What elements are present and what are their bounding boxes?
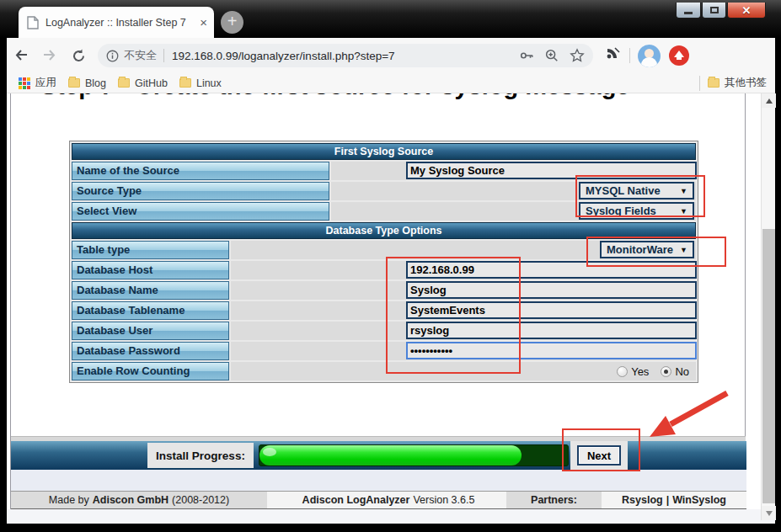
window-controls: ✕ <box>675 3 766 19</box>
input-database-password[interactable] <box>406 342 697 359</box>
toolbar-divider <box>629 48 630 63</box>
password-key-button[interactable] <box>519 48 534 63</box>
page-scrollbar[interactable] <box>761 93 775 520</box>
page-content: Step 7 - Create the first source for sys… <box>7 93 775 524</box>
page-title: Step 7 - Create the first source for sys… <box>40 93 630 100</box>
tab-close-icon[interactable]: × <box>200 17 207 29</box>
progress-fill <box>259 445 522 466</box>
row-label: Database Name <box>72 281 229 300</box>
browser-toolbar: 不安全 192.168.0.99/loganalyzer/install.php… <box>7 38 775 73</box>
radio-no[interactable] <box>661 366 671 377</box>
bookmark-star-button[interactable] <box>570 48 585 63</box>
radio-label-no: No <box>675 365 689 378</box>
row-label: Database Host <box>72 261 229 279</box>
bookmark-folder-github[interactable]: GitHub <box>118 77 168 89</box>
profile-avatar[interactable] <box>638 45 661 67</box>
url-separator <box>163 49 164 62</box>
row-value-cell <box>331 162 696 180</box>
url-text[interactable]: 192.168.0.99/loganalyzer/install.php?ste… <box>172 50 509 62</box>
window-maximize-button[interactable] <box>702 3 726 19</box>
bookmark-label: Blog <box>85 77 106 89</box>
input-database-host[interactable] <box>406 261 697 279</box>
footer-partners-label: Partners: <box>506 492 602 508</box>
titlebar: LogAnalyzer :: Installer Step 7 × + ✕ <box>0 0 781 38</box>
scroll-down-button[interactable] <box>762 506 776 520</box>
form-row-name-of-the-source: Name of the Source <box>72 162 696 180</box>
bookmark-label: Linux <box>196 77 222 89</box>
window-minimize-button[interactable] <box>676 3 701 19</box>
bookmark-folder-linux[interactable]: Linux <box>179 77 222 89</box>
zoom-button[interactable] <box>544 48 559 63</box>
row-label: Enable Row Counting <box>72 362 229 380</box>
row-label: Database Tablename <box>72 301 229 320</box>
chevron-down-icon: ▼ <box>680 246 687 254</box>
input-database-user[interactable] <box>406 322 697 339</box>
radio-yes[interactable] <box>617 366 628 377</box>
select-value: Syslog Fields <box>586 205 656 217</box>
row-value-cell <box>231 261 696 279</box>
scrollbar-thumb[interactable] <box>762 229 775 503</box>
select-select-view[interactable]: Syslog Fields▼ <box>579 202 694 220</box>
row-label: Table type <box>72 241 229 259</box>
window-close-button[interactable]: ✕ <box>727 3 766 19</box>
link-rsyslog[interactable]: Rsyslog <box>622 494 663 506</box>
bookmark-folder-blog[interactable]: Blog <box>68 77 106 89</box>
row-value-cell <box>231 281 696 300</box>
info-icon[interactable] <box>106 50 119 62</box>
form-row-enable-row-counting: Enable Row CountingYesNo <box>72 362 696 380</box>
form-row-table-type: Table typeMonitorWare▼ <box>72 241 696 259</box>
form-row-database-tablename: Database Tablename <box>72 301 696 320</box>
progress-track <box>259 444 569 466</box>
bookmarks-bar: 应用 Blog GitHub Linux 其他书签 <box>7 73 775 93</box>
select-table-type[interactable]: MonitorWare▼ <box>600 241 694 258</box>
folder-icon <box>179 78 191 88</box>
reload-icon <box>72 49 86 63</box>
link-winsyslog[interactable]: WinSyslog <box>672 494 726 506</box>
folder-icon <box>118 78 130 88</box>
red-extension-button[interactable] <box>669 45 689 66</box>
reload-button[interactable] <box>67 45 89 66</box>
page-favicon-icon <box>27 16 39 29</box>
next-button[interactable]: Next <box>577 445 621 466</box>
browser-tab[interactable]: LogAnalyzer :: Installer Step 7 × <box>19 7 214 38</box>
arrow-up-icon <box>766 98 773 104</box>
footer-separator: | <box>666 494 670 506</box>
input-name-of-the-source[interactable] <box>406 162 697 179</box>
install-progress-label: Install Progress: <box>147 443 254 468</box>
back-button[interactable] <box>10 45 32 66</box>
apps-shortcut[interactable]: 应用 <box>19 76 56 90</box>
other-bookmarks[interactable]: 其他书签 <box>708 76 767 90</box>
bookmarks-divider <box>699 76 700 91</box>
row-label: Source Type <box>72 182 329 200</box>
folder-icon <box>68 78 80 88</box>
section-header-first-syslog-source: First Syslog Source <box>72 143 696 160</box>
row-label: Database User <box>72 322 229 340</box>
zoom-in-icon <box>544 48 559 63</box>
row-value-cell <box>231 301 696 320</box>
address-bar[interactable]: 不安全 192.168.0.99/loganalyzer/install.php… <box>98 44 593 67</box>
chevron-down-icon: ▼ <box>680 207 687 215</box>
form-row-database-name: Database Name <box>72 281 696 300</box>
scroll-up-button[interactable] <box>762 93 776 108</box>
row-value-cell: YesNo <box>231 362 696 380</box>
footer-partner-links[interactable]: Rsyslog | WinSyslog <box>602 492 746 508</box>
select-source-type[interactable]: MYSQL Native▼ <box>579 182 694 200</box>
new-tab-button[interactable]: + <box>221 11 243 34</box>
lower-band <box>11 470 746 491</box>
input-database-name[interactable] <box>406 281 697 299</box>
key-icon <box>519 48 534 63</box>
forward-button[interactable] <box>39 45 61 66</box>
select-value: MYSQL Native <box>586 184 661 197</box>
footer-version: Adiscon LogAnalyzerVersion 3.6.5 <box>267 492 506 508</box>
back-arrow-icon <box>13 48 29 63</box>
input-database-tablename[interactable] <box>406 301 697 319</box>
section-header-database-type-options: Database Type Options <box>72 222 696 239</box>
footer-made-by: Made by Adiscon GmbH(2008-2012) <box>11 492 267 508</box>
bookmark-label: GitHub <box>135 77 168 89</box>
minimize-icon <box>684 12 693 14</box>
security-label[interactable]: 不安全 <box>124 48 157 63</box>
row-value-cell: MonitorWare▼ <box>231 241 696 259</box>
extension-button[interactable] <box>605 45 622 66</box>
page-footer: Made by Adiscon GmbH(2008-2012) Adiscon … <box>11 491 746 509</box>
radio-label-yes: Yes <box>631 365 649 378</box>
